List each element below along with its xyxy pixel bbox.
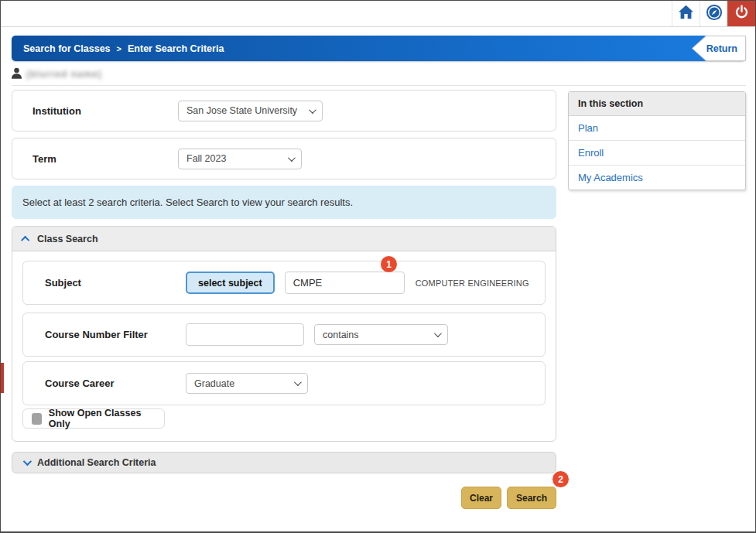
home-icon <box>678 5 694 22</box>
left-edge-red-element <box>1 363 4 393</box>
chevron-down-icon <box>294 378 302 386</box>
power-icon <box>734 5 749 22</box>
divider <box>12 85 746 86</box>
sidebar-link-plan[interactable]: Plan <box>569 116 745 141</box>
navbar-button[interactable] <box>700 1 727 26</box>
expand-chevron-down-icon <box>23 457 32 466</box>
subject-row: Subject select subject COMPUTER ENGINEER… <box>22 261 546 305</box>
navbar-compass-icon <box>706 4 723 24</box>
class-search-body: Subject select subject COMPUTER ENGINEER… <box>12 251 556 441</box>
class-search-header[interactable]: Class Search <box>12 227 556 251</box>
chevron-down-icon <box>288 154 296 162</box>
breadcrumb-parent[interactable]: Search for Classes <box>23 43 111 54</box>
search-button[interactable]: Search <box>507 487 556 509</box>
institution-value: San Jose State University <box>186 105 297 116</box>
sidebar-link-enroll[interactable]: Enroll <box>569 141 745 166</box>
breadcrumb-current: Enter Search Criteria <box>128 43 224 54</box>
top-bar-actions <box>672 1 755 26</box>
top-bar <box>1 1 755 27</box>
subject-description: COMPUTER ENGINEERING <box>416 278 529 288</box>
additional-search-criteria-header[interactable]: Additional Search Criteria <box>12 452 556 473</box>
term-label: Term <box>32 153 178 165</box>
user-name-redacted: (blurred name) <box>26 69 102 80</box>
course-career-label: Course Career <box>45 378 186 389</box>
institution-row: Institution San Jose State University <box>12 90 556 132</box>
show-open-classes-label: Show Open Classes Only <box>49 408 164 429</box>
course-career-row: Course Career Graduate <box>22 361 546 405</box>
return-button-label: Return <box>693 36 745 60</box>
class-search-title: Class Search <box>37 234 98 244</box>
class-search-section: Class Search Subject select subject COMP… <box>12 226 556 442</box>
institution-select[interactable]: San Jose State University <box>178 101 323 121</box>
step-badge-1: 1 <box>381 256 397 272</box>
info-message-text: Select at least 2 search criteria. Selec… <box>22 196 353 208</box>
user-row: (blurred name) <box>12 67 102 81</box>
term-value: Fall 2023 <box>186 153 226 164</box>
breadcrumb-separator-icon: > <box>117 44 121 53</box>
step-badge-2: 2 <box>552 471 569 487</box>
sign-out-button[interactable] <box>727 1 755 26</box>
course-number-filter-label: Course Number Filter <box>45 329 186 340</box>
course-number-operator-value: contains <box>323 330 359 340</box>
clear-button[interactable]: Clear <box>461 487 501 509</box>
return-button[interactable]: Return <box>692 36 746 61</box>
show-open-classes-box: Show Open Classes Only <box>22 408 165 429</box>
chevron-down-icon <box>309 106 316 114</box>
chevron-down-icon <box>434 330 442 337</box>
course-number-input[interactable] <box>186 323 304 346</box>
institution-label: Institution <box>32 105 178 117</box>
in-this-section-title: In this section <box>569 92 745 116</box>
app-window: Search for Classes > Enter Search Criter… <box>0 0 756 533</box>
breadcrumb-bar: Search for Classes > Enter Search Criter… <box>12 36 746 61</box>
course-number-operator-select[interactable]: contains <box>314 324 448 345</box>
info-message: Select at least 2 search criteria. Selec… <box>12 186 556 219</box>
course-career-value: Graduate <box>194 378 234 389</box>
course-number-filter-row: Course Number Filter contains <box>22 313 546 357</box>
sidebar-link-my-academics[interactable]: My Academics <box>569 166 745 190</box>
collapse-chevron-up-icon <box>21 235 29 244</box>
home-button[interactable] <box>672 1 700 26</box>
select-subject-button[interactable]: select subject <box>186 272 275 294</box>
user-icon <box>12 67 22 82</box>
additional-search-criteria-title: Additional Search Criteria <box>37 457 156 468</box>
in-this-section-panel: In this section Plan Enroll My Academics <box>568 91 746 190</box>
term-select[interactable]: Fall 2023 <box>178 149 302 169</box>
term-row: Term Fall 2023 <box>12 138 556 179</box>
subject-label: Subject <box>45 277 186 289</box>
show-open-classes-checkbox[interactable] <box>32 413 42 425</box>
course-career-select[interactable]: Graduate <box>186 373 308 394</box>
